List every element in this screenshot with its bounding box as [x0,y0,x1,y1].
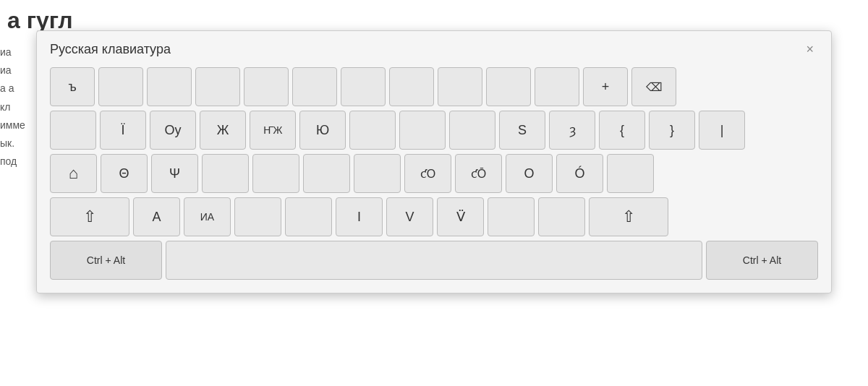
keyboard-rows: ъ + ⌫ Ï Оу Ж ҤЖ Ю S ȝ { [50,67,818,280]
key-ia[interactable]: ИА [184,197,231,236]
key-theta[interactable]: Θ [101,154,148,193]
key-s[interactable]: S [499,111,545,150]
key-o-acute[interactable]: Ó [556,154,603,193]
key-r3-12[interactable] [607,154,654,193]
key-hard-sign[interactable]: ъ [50,67,95,106]
key-i[interactable]: I [336,197,383,236]
key-shift-left[interactable]: ⇧ [50,197,129,236]
key-r1-2[interactable] [98,67,143,106]
key-shift-right[interactable]: ⇧ [589,197,668,236]
keyboard-row-4: ⇧ А ИА I V V̈ ⇧ [50,197,818,236]
key-r4-9[interactable] [488,197,535,236]
key-r1-4[interactable] [195,67,240,106]
page-background-text: иа иа а а кл имме ык. под [0,43,25,171]
key-r4-5[interactable] [285,197,332,236]
key-lbrace[interactable]: { [599,111,645,150]
key-plus[interactable]: + [583,67,628,106]
keyboard-row-3: ⌂ Θ Ψ ƈO ƈŌ O Ó [50,154,818,193]
key-r1-10[interactable] [486,67,531,106]
key-r4-10[interactable] [538,197,585,236]
key-r1-9[interactable] [438,67,482,106]
key-home[interactable]: ⌂ [50,154,97,193]
key-r1-8[interactable] [389,67,434,106]
key-r3-5[interactable] [252,154,299,193]
key-v-uml[interactable]: V̈ [437,197,484,236]
key-r2-8[interactable] [399,111,446,150]
key-r1-7[interactable] [341,67,386,106]
key-rbrace[interactable]: } [649,111,695,150]
keyboard-title: Русская клавиатура [50,42,171,57]
key-backspace[interactable]: ⌫ [631,67,676,106]
key-psi[interactable]: Ψ [151,154,198,193]
key-r3-4[interactable] [202,154,249,193]
key-ctrl-alt-right[interactable]: Ctrl + Alt [706,241,818,280]
key-r3-7[interactable] [354,154,401,193]
keyboard-row-5: Ctrl + Alt Ctrl + Alt [50,241,818,280]
close-button[interactable]: × [801,41,818,57]
key-r1-11[interactable] [535,67,579,106]
keyboard-panel: Русская клавиатура × ъ + ⌫ Ï Оу Ж ҤЖ [36,30,832,293]
keyboard-row-2: Ï Оу Ж ҤЖ Ю S ȝ { } | [50,111,818,150]
key-r1-6[interactable] [292,67,337,106]
key-co-bar[interactable]: ƈŌ [455,154,502,193]
key-circle[interactable]: O [506,154,553,193]
keyboard-row-1: ъ + ⌫ [50,67,818,106]
key-r4-4[interactable] [234,197,281,236]
key-ctrl-alt-left[interactable]: Ctrl + Alt [50,241,162,280]
key-v[interactable]: V [386,197,433,236]
key-a[interactable]: А [133,197,180,236]
key-pipe[interactable]: | [699,111,745,150]
key-ou[interactable]: Оу [150,111,196,150]
key-r2-7[interactable] [349,111,396,150]
key-r3-6[interactable] [303,154,350,193]
key-yogh[interactable]: ȝ [549,111,595,150]
key-r2-1[interactable] [50,111,96,150]
key-nizhe[interactable]: ҤЖ [250,111,296,150]
key-co[interactable]: ƈO [404,154,451,193]
key-zhe[interactable]: Ж [200,111,246,150]
key-yu[interactable]: Ю [299,111,346,150]
keyboard-header: Русская клавиатура × [50,41,818,57]
key-space[interactable] [166,241,702,280]
key-r2-9[interactable] [449,111,495,150]
key-i-uml[interactable]: Ï [100,111,146,150]
key-r1-3[interactable] [147,67,192,106]
key-r1-5[interactable] [244,67,289,106]
